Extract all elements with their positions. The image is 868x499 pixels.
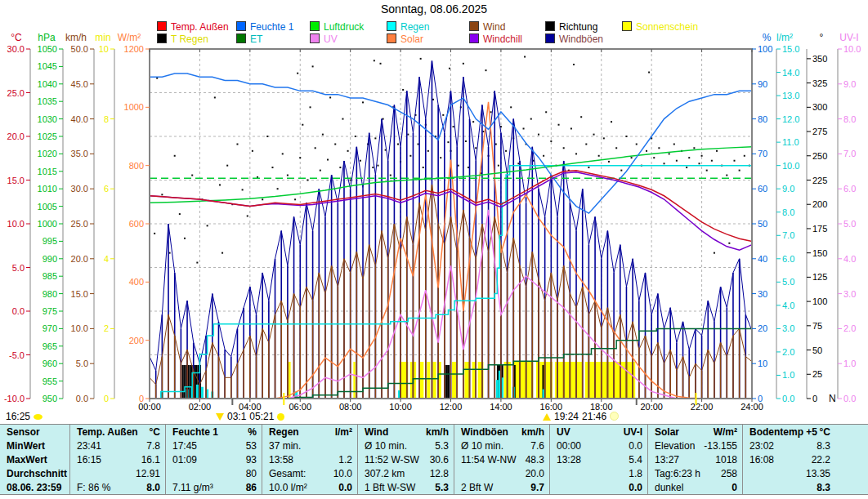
- svg-text:50.0: 50.0: [71, 44, 88, 54]
- table-cell-value: 1.8: [629, 468, 642, 479]
- table-cell-label: 13:27: [655, 454, 679, 466]
- table-cell-label: 13:58: [269, 454, 293, 466]
- svg-text:1.0: 1.0: [782, 370, 794, 380]
- svg-text:955: 955: [43, 376, 57, 386]
- sunrise-time: 05:21: [249, 411, 274, 422]
- svg-text:175: 175: [812, 224, 827, 234]
- table-cell-value: 12.91: [136, 468, 160, 479]
- svg-text:5.0: 5.0: [843, 219, 856, 229]
- svg-text:200: 200: [129, 336, 144, 345]
- table-cell-value: 0: [732, 482, 737, 493]
- table-cell-label: dunkel: [655, 482, 683, 493]
- axis-%: 0102030405060708090100%: [752, 32, 772, 403]
- svg-text:60: 60: [758, 184, 767, 194]
- svg-text:10: 10: [758, 359, 767, 368]
- svg-text:25: 25: [812, 369, 822, 379]
- svg-text:70: 70: [758, 149, 767, 158]
- table-cell-label: Sensor: [7, 426, 40, 438]
- table-cell-value: 0.0: [629, 440, 642, 452]
- table-cell-value: 13.35: [806, 468, 830, 479]
- table-row: 23:417.8: [70, 439, 165, 452]
- svg-text:100: 100: [758, 44, 772, 54]
- table-column: Windkm/hØ 10 min.5.311:52 W-SW30.6307.2 …: [357, 425, 454, 494]
- axis-unit: °C: [11, 32, 22, 43]
- weather-chart: -10.0-5.00.05.010.015.020.025.030.0°C950…: [0, 0, 868, 424]
- svg-text:35.0: 35.0: [71, 149, 88, 158]
- table-row: 12.91: [70, 466, 165, 480]
- table-column: UVUV-I00:000.013:285.41.80.0: [549, 425, 647, 494]
- table-cell-label: 23:41: [77, 440, 101, 452]
- table-row: MinWert: [0, 439, 69, 452]
- arrow-down-icon: [216, 413, 224, 421]
- table-cell-value: 1018: [715, 454, 737, 466]
- svg-text:15.0: 15.0: [71, 289, 88, 299]
- svg-text:0.0: 0.0: [843, 394, 856, 403]
- svg-text:0.0: 0.0: [76, 394, 88, 403]
- svg-text:1010: 1010: [38, 184, 57, 194]
- stats-table: SensorMinWertMaxWertDurchschnitt08.06. 2…: [0, 424, 868, 495]
- svg-text:0.0: 0.0: [12, 306, 25, 316]
- axis-unit: W/m²: [118, 32, 141, 43]
- table-column: SolarW/m²Elevation-13.15513:271018Tag:6:…: [647, 425, 742, 494]
- table-cell-label: 17:45: [172, 440, 197, 452]
- svg-text:10.0: 10.0: [7, 219, 25, 229]
- svg-text:11.0: 11.0: [782, 137, 799, 147]
- table-row: 11:54 W-NW48.3: [454, 452, 549, 466]
- table-row: 13:581.2: [262, 452, 357, 466]
- svg-text:6: 6: [104, 184, 109, 194]
- table-row: 23:028.3: [743, 439, 868, 452]
- table-cell-value: km/h: [426, 426, 449, 438]
- svg-text:150: 150: [812, 248, 827, 258]
- table-cell-value: W/m²: [714, 426, 737, 438]
- svg-text:975: 975: [43, 306, 57, 316]
- table-cell-label: 13:28: [557, 454, 581, 466]
- svg-text:8.0: 8.0: [782, 207, 794, 217]
- axis-unit: hPa: [38, 32, 56, 43]
- axis-°C: -10.0-5.00.05.010.015.020.025.030.0°C: [4, 32, 30, 403]
- svg-text:-5.0: -5.0: [9, 350, 25, 360]
- table-column: SensorMinWertMaxWertDurchschnitt08.06. 2…: [0, 425, 69, 494]
- svg-text:6.0: 6.0: [782, 254, 794, 264]
- sunrise-annotation: 03:105:21: [216, 411, 288, 422]
- table-row: 1 Bft W-SW5.3: [358, 480, 454, 494]
- svg-text:1200: 1200: [124, 44, 144, 54]
- sunset-annotation: 19:2421:46: [543, 411, 622, 422]
- table-cell-label: 00:00: [557, 440, 581, 452]
- table-cell-value: 30.6: [430, 454, 449, 466]
- table-cell-label: 307.2 km: [365, 468, 405, 479]
- table-cell-label: Temp. Außen: [77, 426, 138, 438]
- table-row: Ø 10 min.7.6: [454, 439, 549, 452]
- svg-text:0.0: 0.0: [782, 394, 794, 403]
- table-row: Elevation-13.155: [648, 439, 742, 452]
- moonrise2-time: 19:24: [554, 411, 579, 422]
- arrow-up-icon: [543, 413, 551, 421]
- table-row: 20.0: [454, 466, 549, 480]
- table-row: MaxWert: [0, 452, 69, 466]
- svg-text:20: 20: [758, 323, 767, 333]
- axis-UV-I: 0.01.02.03.04.05.06.07.08.09.010.0UV-I: [838, 32, 861, 403]
- table-row: Tag:6:23 h258: [648, 466, 742, 480]
- svg-text:8.0: 8.0: [843, 114, 856, 124]
- series-richtung: [154, 56, 750, 264]
- table-cell-label: 16:08: [749, 454, 774, 466]
- table-cell-label: 16:15: [77, 454, 101, 466]
- table-cell-label: 11:54 W-NW: [461, 454, 517, 466]
- table-cell-value: km/h: [521, 426, 544, 438]
- svg-text:5.0: 5.0: [12, 263, 25, 273]
- table-cell-value: 0.0: [629, 482, 642, 493]
- table-cell-label: F: 86 %: [77, 482, 110, 493]
- table-cell-value: 7.6: [530, 440, 544, 452]
- svg-text:13.0: 13.0: [782, 91, 799, 100]
- svg-text:80: 80: [758, 114, 767, 124]
- svg-text:200: 200: [812, 199, 827, 209]
- table-cell-value: 8.0: [146, 482, 160, 493]
- svg-text:4.0: 4.0: [843, 254, 856, 264]
- svg-text:7.0: 7.0: [782, 230, 794, 240]
- svg-text:0: 0: [104, 394, 109, 403]
- sun-moon-times: 16:25 03:105:21 19:2421:46: [0, 411, 868, 423]
- table-cell-value: 80: [246, 468, 257, 479]
- axis-unit: °: [820, 32, 824, 43]
- table-cell-value: 16.1: [141, 454, 160, 466]
- svg-text:12.0: 12.0: [782, 114, 799, 124]
- table-row: Durchschnitt: [0, 466, 69, 480]
